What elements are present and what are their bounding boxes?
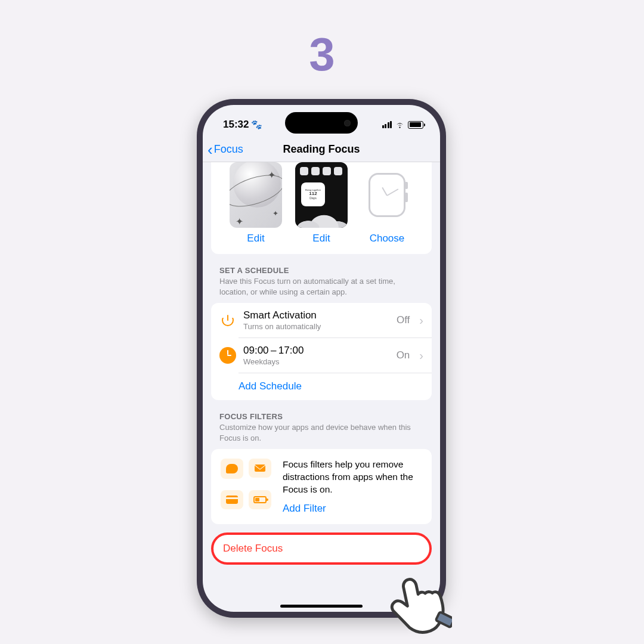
time-sub: Weekdays — [243, 357, 389, 366]
focus-filters-card: Focus filters help you remove distractio… — [211, 449, 432, 524]
watch-face-thumb — [361, 162, 413, 228]
home-screen-thumb: Being together 112 Days — [295, 162, 348, 228]
time-schedule-row[interactable]: 09:00 – 17:00 Weekdays On › — [211, 338, 432, 373]
home-indicator[interactable] — [280, 605, 363, 608]
home-edit-button[interactable]: Edit — [312, 233, 330, 244]
watch-face-preview[interactable]: Choose — [361, 162, 413, 244]
power-icon — [219, 312, 236, 329]
filter-icons-grid — [221, 459, 272, 516]
schedule-heading: SET A SCHEDULE — [219, 266, 423, 275]
customize-screens-card: ✦ ✦ ✦ Edit Being together 112 Days — [211, 162, 432, 254]
add-schedule-button[interactable]: Add Schedule — [211, 373, 432, 400]
add-filter-button[interactable]: Add Filter — [283, 502, 326, 516]
time-value: On — [397, 349, 410, 361]
phone-screen: 15:32 🐾 ‹ Focus Reading Focus — [203, 105, 440, 612]
smart-activation-sub: Turns on automatically — [243, 322, 389, 331]
back-label: Focus — [214, 143, 243, 156]
chevron-right-icon: › — [419, 349, 423, 361]
phone-frame: 15:32 🐾 ‹ Focus Reading Focus — [197, 99, 446, 618]
filters-heading: FOCUS FILTERS — [219, 412, 423, 421]
mail-filter-icon — [249, 459, 271, 478]
lock-screen-preview[interactable]: ✦ ✦ ✦ Edit — [230, 162, 282, 244]
smart-activation-row[interactable]: Smart Activation Turns on automatically … — [211, 303, 432, 338]
battery-icon — [408, 121, 423, 129]
schedule-card: Smart Activation Turns on automatically … — [211, 303, 432, 400]
clock-icon — [219, 347, 236, 364]
tap-cursor-icon — [382, 564, 452, 635]
messages-filter-icon — [221, 459, 243, 479]
chevron-right-icon: › — [419, 314, 423, 326]
step-number: 3 — [0, 27, 644, 82]
wallet-filter-icon — [221, 490, 243, 509]
wifi-icon — [395, 120, 405, 130]
lock-screen-thumb: ✦ ✦ ✦ — [230, 162, 282, 228]
smart-activation-title: Smart Activation — [243, 309, 389, 321]
lowpower-filter-icon — [249, 490, 271, 509]
smart-activation-value: Off — [397, 314, 410, 326]
back-button[interactable]: ‹ Focus — [208, 137, 243, 162]
page-title: Reading Focus — [283, 143, 360, 156]
content-scroll[interactable]: ✦ ✦ ✦ Edit Being together 112 Days — [203, 162, 440, 612]
dynamic-island — [285, 112, 358, 134]
watch-choose-button[interactable]: Choose — [370, 233, 405, 244]
lock-edit-button[interactable]: Edit — [247, 233, 264, 244]
delete-focus-button[interactable]: Delete Focus — [211, 532, 432, 565]
chevron-left-icon: ‹ — [208, 142, 213, 157]
paw-icon: 🐾 — [251, 119, 262, 130]
cellular-icon — [382, 121, 392, 128]
home-screen-preview[interactable]: Being together 112 Days Edit — [295, 162, 348, 244]
filters-description: Customize how your apps and device behav… — [219, 422, 423, 443]
time-title: 09:00 – 17:00 — [243, 345, 389, 357]
status-time: 15:32 — [223, 119, 249, 131]
nav-bar: ‹ Focus Reading Focus — [203, 137, 440, 162]
schedule-description: Have this Focus turn on automatically at… — [219, 276, 423, 297]
delete-focus-label: Delete Focus — [223, 543, 283, 554]
filters-body: Focus filters help you remove distractio… — [283, 459, 422, 496]
